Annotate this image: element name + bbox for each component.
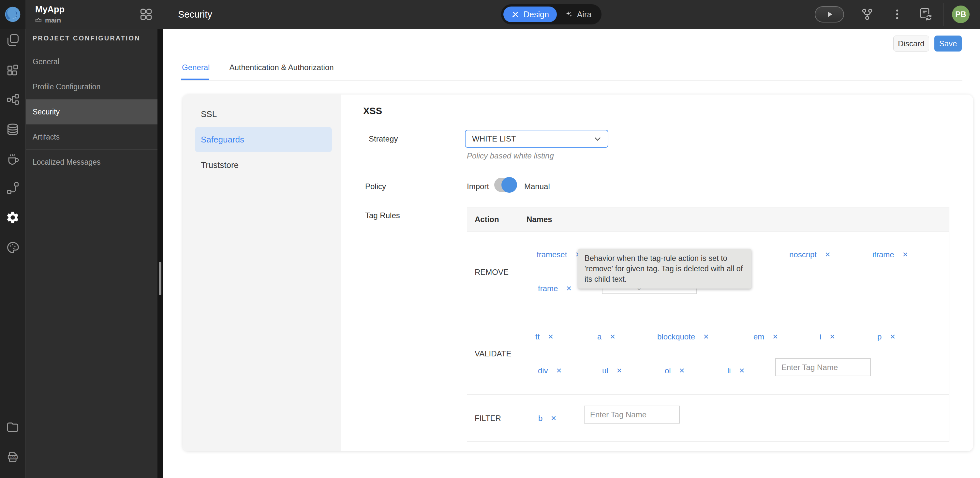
enter-tag-name-input[interactable] <box>775 358 871 376</box>
enter-tag-name-input[interactable] <box>584 406 680 424</box>
remove-tag-icon[interactable]: ✕ <box>772 333 778 341</box>
tag-name[interactable]: ul <box>602 366 608 375</box>
module-rail: LOG <box>0 29 25 478</box>
policy-toggle[interactable] <box>494 178 516 192</box>
tag-name[interactable]: i <box>819 332 821 341</box>
svg-text:LOG: LOG <box>10 456 15 459</box>
strategy-help-text: Policy based white listing <box>467 151 554 161</box>
tag-name[interactable]: a <box>597 332 601 341</box>
tag-name[interactable]: blockquote <box>657 332 695 341</box>
tag-chip: frame ✕ <box>538 284 572 293</box>
more-options-kebab-icon[interactable] <box>890 7 905 22</box>
logs-icon[interactable]: LOG <box>6 450 20 464</box>
tag-name[interactable]: frameset <box>537 250 567 259</box>
table-header-row: Action Names <box>467 207 949 231</box>
tab-general[interactable]: General <box>181 60 210 75</box>
database-icon[interactable] <box>6 122 20 137</box>
tag-chip: li ✕ <box>727 366 745 376</box>
api-flow-icon[interactable] <box>6 92 20 107</box>
remove-tag-icon[interactable]: ✕ <box>902 251 908 258</box>
topbar-divider <box>943 3 943 26</box>
app-logo[interactable] <box>0 0 25 29</box>
branch-graph-icon[interactable] <box>860 7 875 22</box>
remove-tag-icon[interactable]: ✕ <box>566 285 572 293</box>
main-content: Discard Save General Authentication & Au… <box>163 29 980 478</box>
run-preview-button[interactable] <box>815 6 844 22</box>
remove-tag-icon[interactable]: ✕ <box>556 367 562 374</box>
avatar-initials: PB <box>955 10 966 19</box>
remove-tag-icon[interactable]: ✕ <box>890 333 896 341</box>
tag-name[interactable]: b <box>538 414 542 423</box>
remove-tag-icon[interactable]: ✕ <box>679 367 685 374</box>
save-button[interactable]: Save <box>934 35 962 51</box>
sidebar-item-artifacts[interactable]: Artifacts <box>26 124 158 149</box>
aira-mode-button[interactable]: Aira <box>557 6 599 22</box>
pages-icon[interactable] <box>6 33 20 47</box>
tag-name[interactable]: tt <box>535 332 539 341</box>
tag-name[interactable]: ol <box>665 366 671 375</box>
remove-tag-icon[interactable]: ✕ <box>610 333 616 341</box>
strategy-select[interactable]: WHITE LIST <box>465 130 608 148</box>
branch-indicator[interactable]: main <box>35 16 61 24</box>
tag-name[interactable]: div <box>538 366 548 375</box>
security-settings-card: SSL Safeguards Truststore XSS Strategy W… <box>183 94 973 451</box>
user-avatar[interactable]: PB <box>952 6 970 23</box>
branch-crown-icon <box>35 16 42 24</box>
tag-name[interactable]: iframe <box>872 250 894 259</box>
widgets-icon[interactable] <box>6 63 20 77</box>
tag-name[interactable]: frame <box>538 284 558 293</box>
design-tools-icon <box>511 10 520 19</box>
tag-name[interactable]: li <box>727 366 731 375</box>
nav-item-safeguards[interactable]: Safeguards <box>195 127 332 152</box>
tag-name[interactable]: p <box>877 332 881 341</box>
tag-chip: em ✕ <box>753 332 778 342</box>
sidebar-item-profile-configuration[interactable]: Profile Configuration <box>26 74 158 99</box>
tag-chip: p ✕ <box>877 332 896 342</box>
tag-name[interactable]: noscript <box>789 250 817 259</box>
remove-tag-icon[interactable]: ✕ <box>825 251 831 258</box>
document-sync-icon[interactable] <box>918 7 933 22</box>
settings-gear-icon[interactable] <box>6 210 20 225</box>
scrollbar-thumb[interactable] <box>159 262 161 295</box>
project-config-panel: PROJECT CONFIGURATION General Profile Co… <box>25 29 158 478</box>
remove-tag-icon[interactable]: ✕ <box>616 367 622 374</box>
remove-tag-icon[interactable]: ✕ <box>548 333 554 341</box>
policy-label: Policy <box>365 182 386 191</box>
tag-chip: blockquote ✕ <box>657 332 709 342</box>
remove-action-tooltip: Behavior when the tag-rule action is set… <box>578 249 751 288</box>
toggle-knob <box>501 177 517 193</box>
tag-chip: ol ✕ <box>665 366 685 376</box>
column-header-action: Action <box>475 215 499 224</box>
nav-item-ssl[interactable]: SSL <box>195 101 332 127</box>
remove-tag-icon[interactable]: ✕ <box>829 333 835 341</box>
wave-logo-icon <box>3 5 22 24</box>
strategy-label: Strategy <box>369 134 398 143</box>
tag-chip: iframe ✕ <box>872 250 908 260</box>
tag-chip: noscript ✕ <box>789 250 831 260</box>
java-services-icon[interactable] <box>6 151 20 166</box>
theme-palette-icon[interactable] <box>6 240 20 255</box>
sidebar-item-localized-messages[interactable]: Localized Messages <box>26 149 158 174</box>
sidebar-item-general[interactable]: General <box>26 49 158 74</box>
panel-scroll-gutter <box>158 29 163 478</box>
design-mode-button[interactable]: Design <box>503 6 557 22</box>
remove-tag-icon[interactable]: ✕ <box>739 367 745 374</box>
tabs-baseline <box>181 80 963 81</box>
sidebar-item-security[interactable]: Security <box>26 99 158 124</box>
nav-item-truststore[interactable]: Truststore <box>195 152 332 178</box>
remove-tag-icon[interactable]: ✕ <box>550 414 557 422</box>
discard-button[interactable]: Discard <box>893 35 929 51</box>
page-title: Security <box>178 0 212 29</box>
chevron-down-icon <box>594 137 601 141</box>
files-folder-icon[interactable] <box>6 420 20 434</box>
table-row-validate: VALIDATE tt ✕ a ✕ blockquote ✕ <box>467 313 949 394</box>
tag-chip: ul ✕ <box>602 366 622 376</box>
tag-chip: a ✕ <box>597 332 616 342</box>
policy-import-label: Import <box>440 182 489 191</box>
tag-name[interactable]: em <box>753 332 764 341</box>
tag-rules-label: Tag Rules <box>365 211 400 220</box>
remove-tag-icon[interactable]: ✕ <box>703 333 709 341</box>
tab-authentication-authorization[interactable]: Authentication & Authorization <box>229 60 334 75</box>
app-grid-icon[interactable] <box>139 7 153 22</box>
connectors-icon[interactable] <box>6 181 20 195</box>
